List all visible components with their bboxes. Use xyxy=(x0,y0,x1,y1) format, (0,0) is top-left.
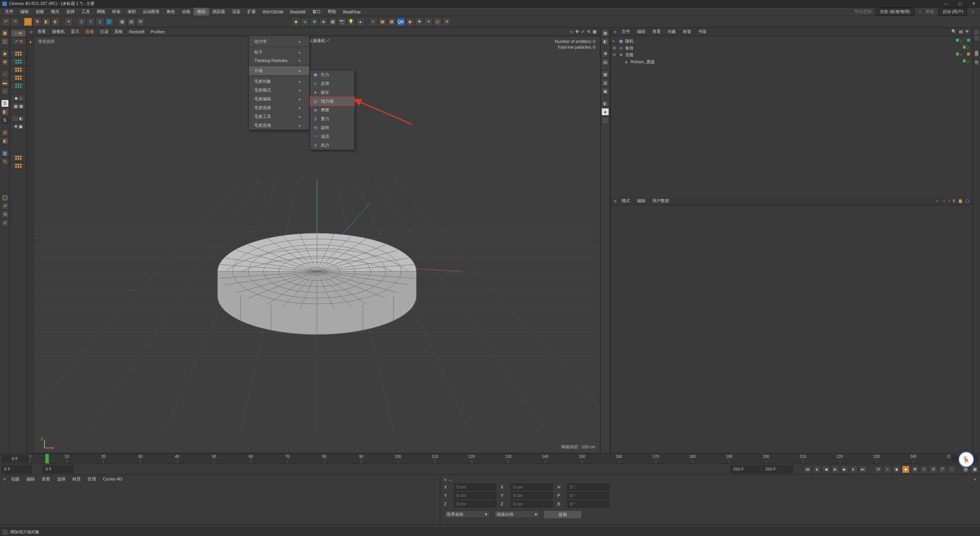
force-turbulence[interactable]: 〰湍流 xyxy=(310,132,354,141)
mat-tab-view[interactable]: 查看 xyxy=(38,475,54,483)
coord-scale-select[interactable]: 缩放比例▾ xyxy=(494,510,540,518)
goto-end-button[interactable]: ⏭ xyxy=(859,466,867,473)
menu-spline[interactable]: 样条 xyxy=(109,8,124,16)
menu-tools[interactable]: 工具 xyxy=(78,8,93,16)
range-start-field[interactable]: 0 F xyxy=(2,466,32,473)
plugin-5-button[interactable]: ✖ xyxy=(443,18,451,26)
view-menu-view[interactable]: 查看 xyxy=(34,28,49,36)
range-end2-field[interactable]: 250 F xyxy=(763,466,793,473)
hamburger-icon[interactable]: ≡ xyxy=(2,477,8,481)
menu-hair-tools[interactable]: 毛发工具▸ xyxy=(249,112,309,121)
tool-misc-4[interactable]: ✥ ▣ xyxy=(11,123,26,130)
mograph-button[interactable]: ◆ xyxy=(292,18,300,26)
size-z-field[interactable]: 0 cm xyxy=(511,500,553,507)
gutter-btn-2[interactable] xyxy=(974,36,979,41)
search-icon[interactable]: 🔍 xyxy=(951,29,957,34)
next-key-button[interactable]: ▶ xyxy=(841,466,848,473)
menu-animate[interactable]: 动画 xyxy=(178,8,194,16)
rotate-tool-button[interactable]: ◐ xyxy=(51,18,60,26)
size-x-field[interactable]: 0 cm xyxy=(511,484,553,490)
force-deflector[interactable]: ✧反弹 xyxy=(310,79,354,88)
chevron-down-icon[interactable]: ▾ xyxy=(918,10,923,14)
viewport-nav-1-icon[interactable]: ◇ xyxy=(570,29,573,34)
undo-button[interactable]: ↶ xyxy=(2,18,10,26)
move-button[interactable]: ↗ xyxy=(1,202,9,210)
strip-btn-2[interactable]: ◧ xyxy=(601,38,609,45)
polygon-mode-button[interactable]: ▱ xyxy=(1,87,9,95)
scale-tool-button[interactable]: ◧ xyxy=(42,18,51,26)
keyframe-button[interactable]: ◆ xyxy=(902,466,910,473)
grid-button[interactable]: ▦ xyxy=(387,18,396,26)
tool-grid-5[interactable] xyxy=(11,82,26,90)
render-view-button[interactable]: ▦ xyxy=(118,18,126,26)
attribute-manager[interactable] xyxy=(611,205,972,453)
deformer-button[interactable]: ◈ xyxy=(319,18,328,26)
menu-mograph[interactable]: 运动图形 xyxy=(139,8,163,16)
texture-mode-button[interactable]: ◫ xyxy=(1,38,9,45)
menu-edit[interactable]: 编辑 xyxy=(17,8,32,16)
isolate-button[interactable]: ◐ xyxy=(1,137,9,145)
size-y-field[interactable]: 0 cm xyxy=(511,492,553,499)
strip-btn-9[interactable]: ● xyxy=(601,108,609,116)
mat-tab-create[interactable]: 创建 xyxy=(8,475,23,483)
qr-icon[interactable]: QR xyxy=(397,18,405,26)
plugin-1-button[interactable]: ◉ xyxy=(406,18,414,26)
nav-fwd-icon[interactable]: → xyxy=(942,198,946,203)
om-tab-edit[interactable]: 编辑 xyxy=(634,28,649,36)
axis-y-button[interactable]: Y xyxy=(87,18,95,26)
mat-tab-cycles[interactable]: Cycles 4D xyxy=(100,476,126,482)
force-rotation[interactable]: ⟲旋转 xyxy=(310,123,354,132)
field-button[interactable]: ⬘ xyxy=(310,18,318,26)
mat-tab-texture[interactable]: 纹理 xyxy=(84,475,100,483)
viewport-nav-3-icon[interactable]: ⤢ xyxy=(581,29,585,34)
pos-z-field[interactable]: 0 cm xyxy=(454,500,496,507)
viewport[interactable]: ✦ 透视视图 默认摄像机 ▫° Number of emitters: 0 To… xyxy=(27,36,600,453)
menu-mesh[interactable]: 网格 xyxy=(93,8,109,16)
margin-plus-icon[interactable]: ✦ xyxy=(29,40,32,45)
tree-row-random[interactable]: ▸▦ 随机 ✓ xyxy=(613,38,970,44)
step-fwd-button[interactable]: ⏵ xyxy=(850,466,858,473)
nav-up-icon[interactable]: ↑ xyxy=(949,198,951,203)
menu-window[interactable]: 窗口 xyxy=(309,8,324,16)
point-mode-button[interactable]: ▫ xyxy=(1,70,9,78)
nodespace-value[interactable]: 当前 (标准/物理) xyxy=(875,8,914,16)
chevron-down-icon[interactable]: ▾ xyxy=(970,10,975,14)
gutter-btn-1[interactable] xyxy=(974,30,979,34)
range-start2-field[interactable]: 0 F xyxy=(43,466,74,473)
tool-grid-1[interactable] xyxy=(11,50,26,57)
lock-icon[interactable]: 🔒 xyxy=(958,198,963,203)
assistant-badge-icon[interactable]: 🦌 xyxy=(959,452,974,467)
render-settings-button[interactable]: ⚙ xyxy=(136,18,145,26)
recent-tool-button[interactable]: ✦ xyxy=(64,18,73,26)
key-rot-button[interactable]: ⟲ xyxy=(929,466,937,473)
menu-hair-select[interactable]: 毛发选择▸ xyxy=(249,103,309,112)
om-tab-view[interactable]: 查看 xyxy=(649,28,664,36)
model-mode-button[interactable]: ▣ xyxy=(1,29,9,37)
plugin-2-button[interactable]: ✚ xyxy=(415,18,423,26)
snap-settings-button[interactable]: S xyxy=(1,116,9,124)
strip-btn-5[interactable]: ▦ xyxy=(601,70,609,78)
rot-h-field[interactable]: 0 ° xyxy=(567,484,609,490)
menu-particles[interactable]: 粒子▸ xyxy=(249,48,309,57)
strip-btn-8[interactable]: ◐ xyxy=(601,100,609,107)
scale-button[interactable]: ⤢ xyxy=(1,219,9,227)
tool-misc-2[interactable]: ▦ ▦ xyxy=(11,102,26,110)
edge-mode-button[interactable]: ▬ xyxy=(1,79,9,87)
mat-tab-edit[interactable]: 编辑 xyxy=(23,475,38,483)
key-param-button[interactable]: P xyxy=(939,466,946,473)
tool-patch-1[interactable] xyxy=(11,154,26,162)
strip-btn-1[interactable]: ▦ xyxy=(601,29,609,37)
view-menu-panel[interactable]: 面板 xyxy=(111,28,126,36)
tool-cursors[interactable]: ⬚✥ xyxy=(11,29,26,37)
view-menu-filter[interactable]: 过滤 xyxy=(97,28,111,36)
viewport-solo-button[interactable]: ◎ xyxy=(1,129,9,136)
menu-character[interactable]: 角色 xyxy=(163,8,178,16)
environment-button[interactable]: ▦ xyxy=(328,18,337,26)
loop-button[interactable]: ⟲ xyxy=(874,466,882,473)
menu-hair-options[interactable]: 毛发选项▸ xyxy=(249,121,309,130)
coord-system-select[interactable]: 世界坐标▾ xyxy=(444,510,490,518)
xray-button[interactable]: ▦ xyxy=(1,149,9,157)
view-menu-prorender[interactable]: ProRen xyxy=(147,28,168,35)
effector-button[interactable]: ≡ xyxy=(301,18,309,26)
menu-tracker[interactable]: 跟踪器 xyxy=(209,8,229,16)
